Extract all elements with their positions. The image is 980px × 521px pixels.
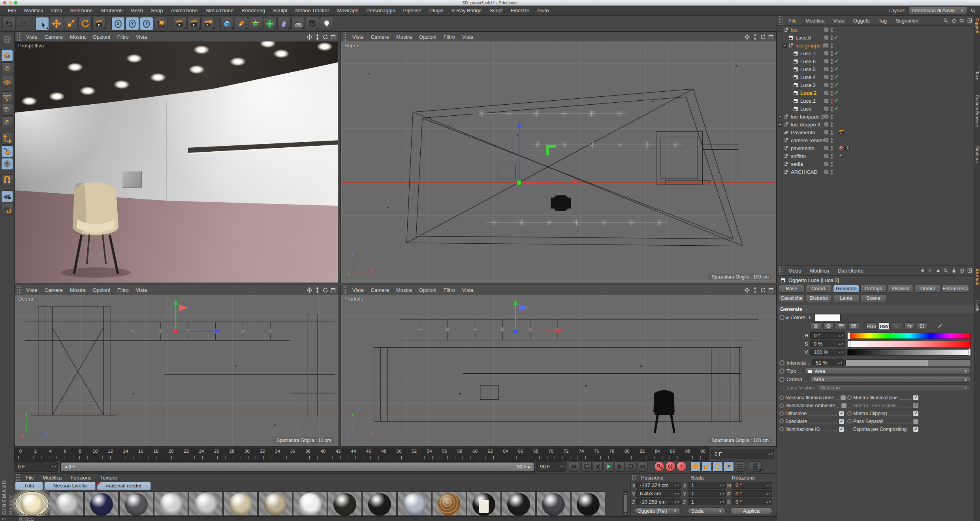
timeline-tick[interactable]: 52 xyxy=(412,449,417,455)
object-row[interactable]: Luce.8 xyxy=(777,34,974,41)
checkbox-icon[interactable] xyxy=(913,411,918,416)
viewport-menu-item[interactable]: Viste xyxy=(23,287,41,293)
intensity-field[interactable]: 51 %▲▼ xyxy=(812,359,844,366)
viewport-menu-item[interactable]: Filtro xyxy=(114,287,132,293)
menubar-item[interactable]: Pipeline xyxy=(399,8,425,13)
viewport-menu-item[interactable]: Mostra xyxy=(393,34,416,40)
expander-icon[interactable]: − xyxy=(778,28,782,32)
viewport-zoom-icon[interactable] xyxy=(314,34,320,40)
scale-field[interactable]: 1▲▼ xyxy=(688,482,726,489)
attribute-tab[interactable]: Dettagli xyxy=(860,285,886,293)
menubar-item[interactable]: Finestre xyxy=(507,8,533,13)
menubar-item[interactable]: Selezione xyxy=(66,8,97,13)
menubar-item[interactable]: MoGraph xyxy=(333,8,362,13)
viewport-maximize-icon[interactable] xyxy=(330,287,336,293)
points-mode-button[interactable] xyxy=(1,91,13,103)
menubar-item[interactable]: File xyxy=(4,8,20,13)
timeline-tick[interactable]: 68 xyxy=(533,449,538,455)
material-layer-tab[interactable]: Nessun Livello xyxy=(44,482,96,490)
layout-select[interactable]: Interfaccia di Avvio ▼ xyxy=(909,7,967,14)
record-keyframe-button[interactable] xyxy=(654,461,664,472)
object-tag-icon[interactable] xyxy=(839,130,844,135)
rotate-tool-button[interactable] xyxy=(78,17,92,30)
panel-grip-icon[interactable] xyxy=(779,266,782,275)
rotation-field[interactable]: 0 °▲▼ xyxy=(732,482,772,489)
keyframe-ring-icon[interactable] xyxy=(847,403,852,408)
add-deformer-button[interactable] xyxy=(277,17,291,30)
panel-grip-icon[interactable] xyxy=(632,474,636,481)
timeline-tick[interactable]: 14 xyxy=(123,449,128,455)
add-panel-icon[interactable] xyxy=(967,268,972,273)
viewport-zoom-icon[interactable] xyxy=(752,287,758,293)
texture-mode-button[interactable] xyxy=(1,62,13,74)
keyframe-ring-icon[interactable] xyxy=(779,315,784,320)
timeline-tick[interactable]: 34 xyxy=(275,449,280,455)
keyframe-selection-button[interactable]: ? xyxy=(676,461,687,472)
object-manager-menu-item[interactable]: Segnalibri xyxy=(891,18,923,24)
material-swatch[interactable] xyxy=(432,491,466,516)
timeline-tick[interactable]: 56 xyxy=(442,449,447,455)
eyedropper-icon[interactable] xyxy=(937,324,942,329)
add-light-button[interactable] xyxy=(320,17,333,30)
layer-toggle-icon[interactable] xyxy=(824,66,829,72)
material-swatch[interactable] xyxy=(15,491,49,516)
timeline-tick[interactable]: 62 xyxy=(488,449,493,455)
key-scale-toggle[interactable] xyxy=(702,461,712,472)
autokey-button[interactable] xyxy=(665,461,675,472)
timeline-tick[interactable]: 8 xyxy=(78,449,83,455)
slider-handle[interactable] xyxy=(848,332,850,339)
object-row[interactable]: Luce.4 xyxy=(777,73,974,81)
visibility-dots-icon[interactable] xyxy=(831,51,833,56)
rgb-mode-button[interactable]: RGB xyxy=(866,322,877,330)
option-checkbox-row[interactable]: Mostra Clipping xyxy=(847,410,918,417)
menubar-item[interactable]: Rendering xyxy=(237,8,269,13)
home-icon[interactable] xyxy=(951,18,957,23)
add-panel-icon[interactable] xyxy=(967,18,972,23)
material-swatch[interactable] xyxy=(502,491,536,516)
tab-struttura[interactable]: Struttura xyxy=(975,146,980,163)
material-menu-item[interactable]: Funzione xyxy=(66,475,96,481)
material-swatch[interactable] xyxy=(397,491,431,516)
timeline-tick[interactable]: 64 xyxy=(503,449,508,455)
material-menu-item[interactable]: File xyxy=(21,475,38,481)
object-name[interactable]: Luce.1 xyxy=(800,98,816,104)
play-button[interactable] xyxy=(604,461,614,472)
channel-field[interactable]: 0 %▲▼ xyxy=(810,340,845,347)
top-view-wireframe[interactable]: Z X Y xyxy=(341,41,776,282)
viewport-menu-item[interactable]: Opzioni xyxy=(89,287,114,293)
enabled-check-icon[interactable] xyxy=(834,82,840,88)
material-menu-item[interactable]: Texture xyxy=(96,475,122,481)
object-row[interactable]: Luce.2 xyxy=(777,89,974,97)
search-icon[interactable] xyxy=(943,18,949,23)
key-position-toggle[interactable] xyxy=(690,461,701,472)
option-checkbox-row[interactable]: Diffusione xyxy=(779,410,844,417)
visibility-dots-icon[interactable] xyxy=(831,67,833,72)
timeline-ruler[interactable]: 0246810121416182022242628303234363840424… xyxy=(14,448,709,461)
history-back-icon[interactable] xyxy=(920,268,925,273)
object-name[interactable]: Luce.4 xyxy=(800,74,816,80)
layer-toggle-icon[interactable] xyxy=(824,145,829,151)
viewport-menu-item[interactable]: Viste xyxy=(23,34,41,40)
visibility-dots-icon[interactable] xyxy=(831,107,833,111)
object-row[interactable]: Luce.3 xyxy=(777,81,974,89)
axis-gizmo[interactable] xyxy=(513,299,563,333)
object-tag-icon[interactable] xyxy=(839,153,844,159)
attribute-tab[interactable]: Fotometrica xyxy=(942,285,969,293)
gradient-slider[interactable] xyxy=(847,341,971,347)
material-swatch[interactable] xyxy=(224,491,258,516)
menubar-item[interactable]: Aiuto xyxy=(533,8,553,13)
next-key-button[interactable] xyxy=(626,461,636,472)
undo-button[interactable] xyxy=(2,17,16,30)
visibility-dots-icon[interactable] xyxy=(831,83,833,88)
visibility-dots-icon[interactable] xyxy=(831,138,833,143)
material-layer-tab[interactable]: materiali render xyxy=(97,482,150,490)
menubar-item[interactable]: Script xyxy=(486,8,507,13)
enabled-check-icon[interactable] xyxy=(834,98,840,103)
object-name[interactable]: pavimento xyxy=(791,145,814,151)
stepper-arrows-icon[interactable]: ▲▼ xyxy=(768,453,773,455)
keyframe-ring-icon[interactable] xyxy=(779,403,784,408)
viewport-menu-item[interactable]: Mostra xyxy=(66,34,89,40)
render-to-picture-viewer-button[interactable] xyxy=(187,17,201,30)
viewport-right-view[interactable]: VisteCamereMostraOpzioniFiltroVista Dest… xyxy=(14,285,339,447)
scale-field[interactable]: 1▲▼ xyxy=(688,498,726,505)
